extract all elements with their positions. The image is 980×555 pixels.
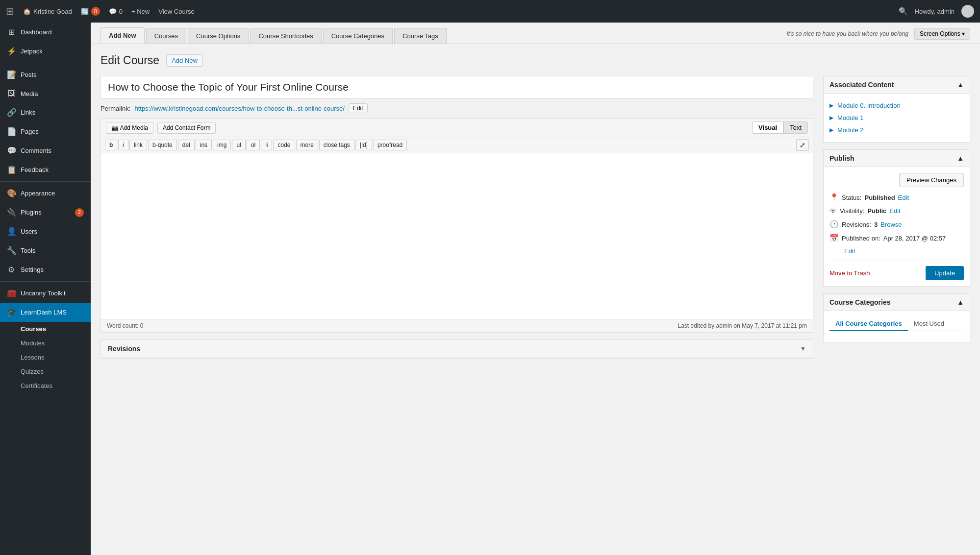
sidebar-item-learndash-lms[interactable]: 🎓 LearnDash LMS bbox=[0, 303, 91, 322]
format-link-button[interactable]: link bbox=[129, 140, 147, 150]
view-course-link[interactable]: View Course bbox=[158, 8, 194, 15]
update-button[interactable]: Update bbox=[926, 266, 964, 280]
permalink-url[interactable]: https://www.kristinegoad.com/courses/how… bbox=[134, 105, 344, 112]
visual-mode-button[interactable]: Visual bbox=[752, 121, 783, 134]
revisions-header[interactable]: Revisions ▼ bbox=[101, 340, 813, 358]
sidebar-item-label: Comments bbox=[21, 147, 51, 154]
sidebar-item-settings[interactable]: ⚙ Settings bbox=[0, 260, 91, 279]
tab-course-options[interactable]: Course Options bbox=[188, 28, 249, 44]
format-ins-button[interactable]: ins bbox=[196, 140, 212, 150]
sidebar-item-appearance[interactable]: 🎨 Appearance bbox=[0, 184, 91, 203]
appearance-icon: 🎨 bbox=[7, 189, 16, 198]
assoc-item-label: Module 2 bbox=[837, 126, 863, 134]
assoc-item-module2[interactable]: ▶ Module 2 bbox=[829, 124, 964, 136]
submenu-item-modules[interactable]: Modules bbox=[0, 336, 91, 350]
format-ol-button[interactable]: ol bbox=[247, 140, 260, 150]
new-content-link[interactable]: + New bbox=[131, 8, 150, 15]
status-value: Published bbox=[864, 194, 895, 201]
tab-course-shortcodes[interactable]: Course Shortcodes bbox=[250, 28, 321, 44]
sidebar-item-dashboard[interactable]: ⊞ Dashboard bbox=[0, 23, 91, 42]
admin-menu: ⊞ Dashboard ⚡ Jetpack 📝 Posts 🖼 Media 🔗 … bbox=[0, 23, 91, 555]
format-ul-button[interactable]: ul bbox=[232, 140, 245, 150]
format-ld-button[interactable]: [ld] bbox=[355, 140, 372, 150]
add-media-button[interactable]: 📷 Add Media bbox=[106, 122, 153, 134]
move-to-trash-link[interactable]: Move to Trash bbox=[829, 269, 870, 277]
assoc-item-module1[interactable]: ▶ Module 1 bbox=[829, 112, 964, 124]
status-edit-link[interactable]: Edit bbox=[898, 194, 909, 201]
format-img-button[interactable]: img bbox=[213, 140, 231, 150]
sidebar-item-comments[interactable]: 💬 Comments bbox=[0, 141, 91, 160]
sidebar-item-media[interactable]: 🖼 Media bbox=[0, 84, 91, 103]
tab-add-new[interactable]: Add New bbox=[101, 27, 145, 44]
preview-changes-button[interactable]: Preview Changes bbox=[899, 173, 964, 187]
publish-header[interactable]: Publish ▲ bbox=[824, 150, 970, 167]
editor-wrap: Permalink: https://www.kristinegoad.com/… bbox=[101, 76, 970, 359]
visual-text-toggle: Visual Text bbox=[752, 121, 808, 134]
associated-content-header[interactable]: Associated Content ▲ bbox=[824, 76, 970, 94]
sidebar-item-label: Pages bbox=[21, 128, 39, 135]
sidebar-item-pages[interactable]: 📄 Pages bbox=[0, 122, 91, 141]
settings-icon: ⚙ bbox=[7, 265, 16, 274]
submenu-label: Courses bbox=[21, 325, 46, 333]
pages-icon: 📄 bbox=[7, 127, 16, 136]
format-del-button[interactable]: del bbox=[178, 140, 195, 150]
add-contact-form-button[interactable]: Add Contact Form bbox=[157, 122, 216, 134]
search-icon[interactable]: 🔍 bbox=[899, 7, 908, 16]
sidebar-item-label: Plugins bbox=[21, 209, 42, 216]
editor-body[interactable] bbox=[101, 153, 813, 319]
text-mode-button[interactable]: Text bbox=[783, 121, 808, 134]
course-title-input[interactable] bbox=[101, 76, 813, 98]
comments-link[interactable]: 💬 0 bbox=[109, 8, 123, 15]
assoc-item-module0[interactable]: ▶ Module 0. Introduction bbox=[829, 99, 964, 112]
format-li-button[interactable]: li bbox=[261, 140, 272, 150]
howdy-text: Howdy, admin bbox=[915, 8, 955, 15]
page-title: Edit Course bbox=[101, 54, 159, 67]
submenu-item-certificates[interactable]: Certificates bbox=[0, 379, 91, 393]
submenu-item-courses[interactable]: Courses bbox=[0, 322, 91, 336]
format-proofread-button[interactable]: proofread bbox=[373, 140, 407, 150]
screen-options-label: Screen Options ▾ bbox=[920, 30, 965, 37]
associated-content-box: Associated Content ▲ ▶ Module 0. Introdu… bbox=[823, 76, 970, 143]
sidebar-item-jetpack[interactable]: ⚡ Jetpack bbox=[0, 42, 91, 61]
submenu-item-quizzes[interactable]: Quizzes bbox=[0, 364, 91, 379]
updates-link[interactable]: 🔄 8 bbox=[81, 7, 100, 16]
revisions-browse-link[interactable]: Browse bbox=[880, 221, 902, 228]
tab-course-categories[interactable]: Course Categories bbox=[323, 28, 393, 44]
published-date-edit-link[interactable]: Edit bbox=[844, 247, 855, 255]
tab-bar-right: It's so nice to have you back where you … bbox=[787, 28, 971, 44]
screen-options-button[interactable]: Screen Options ▾ bbox=[914, 28, 970, 40]
sidebar-item-plugins[interactable]: 🔌 Plugins 2 bbox=[0, 203, 91, 222]
expand-editor-button[interactable]: ⤢ bbox=[796, 139, 809, 151]
sidebar-item-tools[interactable]: 🔧 Tools bbox=[0, 241, 91, 260]
sidebar-item-uncanny-toolkit[interactable]: 🧰 Uncanny Toolkit bbox=[0, 284, 91, 303]
permalink-edit-button[interactable]: Edit bbox=[349, 103, 368, 113]
format-close-tags-button[interactable]: close tags bbox=[319, 140, 354, 150]
tab-most-used-categories[interactable]: Most Used bbox=[908, 317, 950, 331]
publish-title: Publish bbox=[829, 154, 854, 162]
associated-content-title: Associated Content bbox=[829, 81, 894, 89]
sidebar-item-feedback[interactable]: 📋 Feedback bbox=[0, 160, 91, 179]
sidebar-item-users[interactable]: 👤 Users bbox=[0, 222, 91, 241]
format-more-button[interactable]: more bbox=[296, 140, 318, 150]
format-bold-button[interactable]: b bbox=[105, 140, 117, 150]
sidebar-item-label: LearnDash LMS bbox=[21, 309, 67, 316]
course-categories-title: Course Categories bbox=[829, 298, 890, 306]
tab-all-categories[interactable]: All Course Categories bbox=[829, 317, 908, 331]
add-new-button[interactable]: Add New bbox=[166, 54, 203, 67]
sidebar-item-links[interactable]: 🔗 Links bbox=[0, 103, 91, 122]
tab-label: Course Options bbox=[196, 32, 240, 40]
visibility-edit-link[interactable]: Edit bbox=[889, 207, 900, 215]
revisions-toggle-icon: ▼ bbox=[800, 345, 806, 352]
tab-courses[interactable]: Courses bbox=[146, 28, 186, 44]
site-name-link[interactable]: 🏠 Kristine Goad bbox=[23, 8, 72, 15]
sidebar-item-posts[interactable]: 📝 Posts bbox=[0, 65, 91, 84]
format-bquote-button[interactable]: b-quote bbox=[148, 140, 177, 150]
tab-course-tags[interactable]: Course Tags bbox=[394, 28, 447, 44]
submenu-item-lessons[interactable]: Lessons bbox=[0, 350, 91, 364]
course-categories-header[interactable]: Course Categories ▲ bbox=[824, 294, 970, 311]
wp-logo-icon[interactable]: ⊞ bbox=[6, 5, 14, 17]
format-italic-button[interactable]: i bbox=[118, 140, 128, 150]
sidebar-item-label: Jetpack bbox=[21, 48, 43, 55]
media-icon: 🖼 bbox=[7, 89, 16, 98]
format-code-button[interactable]: code bbox=[273, 140, 295, 150]
